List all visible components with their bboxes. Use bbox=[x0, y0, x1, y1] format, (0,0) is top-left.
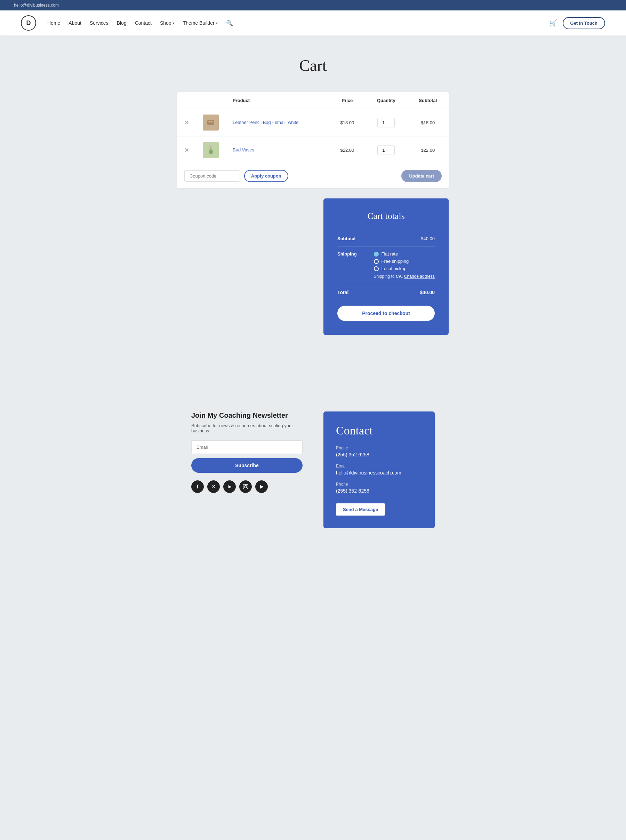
nav-shop[interactable]: Shop ▾ bbox=[160, 20, 175, 26]
send-message-button[interactable]: Send a Message bbox=[336, 503, 385, 515]
nav-about[interactable]: About bbox=[69, 20, 81, 26]
phone-label-2: Phone bbox=[336, 482, 422, 487]
chevron-down-icon: ▾ bbox=[216, 21, 218, 25]
email-value: hello@divibusinesscoach.com bbox=[336, 470, 422, 476]
col-product-header: Product bbox=[226, 92, 329, 109]
top-bar: hello@divibusiness.com bbox=[0, 0, 626, 11]
remove-item-2[interactable]: ✕ bbox=[184, 147, 189, 153]
newsletter-description: Subscribe for news & resources about sca… bbox=[191, 423, 302, 433]
product-thumb-2 bbox=[203, 142, 219, 158]
svg-rect-1 bbox=[208, 121, 213, 122]
subtotal-value: $40.00 bbox=[421, 236, 435, 241]
chevron-down-icon: ▾ bbox=[173, 21, 175, 25]
instagram-icon[interactable] bbox=[239, 480, 252, 493]
cart-table: Product Price Quantity Subtotal ✕ bbox=[177, 92, 449, 188]
cart-actions-row: Apply coupon Update cart bbox=[177, 164, 449, 188]
radio-local[interactable] bbox=[374, 266, 379, 271]
col-subtotal-header: Subtotal bbox=[407, 92, 449, 109]
shipping-option-free[interactable]: Free shipping bbox=[374, 259, 435, 264]
page-content: Cart Product Price Quantity Subtotal ✕ bbox=[171, 36, 455, 363]
proceed-to-checkout-button[interactable]: Proceed to checkout bbox=[337, 306, 435, 321]
subtotal-2: $22.00 bbox=[407, 137, 449, 164]
radio-free[interactable] bbox=[374, 259, 379, 264]
phone-label-1: Phone bbox=[336, 446, 422, 451]
nav-contact[interactable]: Contact bbox=[135, 20, 152, 26]
bud-vase-icon bbox=[205, 145, 216, 155]
footer-section: Join My Coaching Newsletter Subscribe fo… bbox=[171, 384, 455, 549]
shipping-label: Shipping bbox=[337, 251, 357, 257]
search-icon[interactable]: 🔍 bbox=[226, 20, 233, 27]
total-label: Total bbox=[337, 290, 349, 295]
top-bar-email: hello@divibusiness.com bbox=[14, 3, 59, 8]
price-1: $18.00 bbox=[329, 109, 366, 137]
quantity-input-1[interactable] bbox=[377, 118, 395, 127]
shipping-option-local[interactable]: Local pickup bbox=[374, 266, 435, 271]
product-thumb-1 bbox=[203, 115, 219, 130]
cart-icon[interactable]: 🛒 bbox=[549, 19, 557, 27]
subtotal-1: $18.00 bbox=[407, 109, 449, 137]
subtotal-row: Subtotal $40.00 bbox=[337, 231, 435, 247]
page-title: Cart bbox=[177, 57, 449, 75]
newsletter-email-input[interactable] bbox=[191, 440, 302, 454]
cart-totals-title: Cart totals bbox=[337, 211, 435, 221]
product-name-1[interactable]: Leather Pencil Bag - small, white bbox=[233, 120, 298, 125]
apply-coupon-button[interactable]: Apply coupon bbox=[244, 170, 288, 182]
svg-point-5 bbox=[210, 146, 212, 148]
change-address-link[interactable]: Change address bbox=[404, 274, 435, 279]
logo[interactable]: D bbox=[21, 15, 36, 31]
svg-point-8 bbox=[247, 485, 247, 486]
newsletter-column: Join My Coaching Newsletter Subscribe fo… bbox=[191, 411, 302, 528]
navigation: D Home About Services Blog Contact Shop … bbox=[0, 11, 626, 36]
nav-theme-builder[interactable]: Theme Builder ▾ bbox=[183, 20, 218, 26]
phone-value-1: (255) 352-6258 bbox=[336, 452, 422, 457]
subscribe-button[interactable]: Subscribe bbox=[191, 458, 302, 473]
cart-totals: Cart totals Subtotal $40.00 Shipping Fla… bbox=[324, 198, 449, 335]
update-cart-button[interactable]: Update cart bbox=[401, 170, 442, 182]
nav-home[interactable]: Home bbox=[47, 20, 60, 26]
shipping-to: Shipping to CA. Change address bbox=[374, 274, 435, 279]
product-name-2[interactable]: Bud Vases bbox=[233, 147, 254, 152]
remove-item-1[interactable]: ✕ bbox=[184, 120, 189, 126]
youtube-icon[interactable]: ▶ bbox=[255, 480, 268, 493]
nav-services[interactable]: Services bbox=[90, 20, 108, 26]
nav-left: D Home About Services Blog Contact Shop … bbox=[21, 15, 233, 31]
shipping-options: Flat rate Free shipping Local pickup Shi… bbox=[374, 251, 435, 279]
table-row: ✕ Leather Pencil Bag - small, white $18.… bbox=[177, 109, 449, 137]
nav-blog[interactable]: Blog bbox=[117, 20, 127, 26]
pencil-bag-icon bbox=[205, 117, 216, 128]
radio-flat[interactable] bbox=[374, 252, 379, 257]
col-remove bbox=[177, 92, 196, 109]
svg-point-7 bbox=[244, 486, 247, 488]
nav-links: Home About Services Blog Contact Shop ▾ … bbox=[47, 20, 233, 27]
col-quantity-header: Quantity bbox=[365, 92, 407, 109]
contact-column: Contact Phone (255) 352-6258 Email hello… bbox=[324, 411, 435, 528]
table-row: ✕ Bud Vases $22.00 $22.00 bbox=[177, 137, 449, 164]
email-label: Email bbox=[336, 464, 422, 469]
shipping-options-list: Flat rate Free shipping Local pickup bbox=[374, 251, 435, 271]
svg-rect-6 bbox=[243, 484, 247, 489]
col-image bbox=[196, 92, 226, 109]
nav-right: 🛒 Get In Touch bbox=[549, 17, 605, 29]
total-value: $40.00 bbox=[420, 290, 435, 295]
subtotal-label: Subtotal bbox=[337, 236, 355, 241]
facebook-icon[interactable]: f bbox=[191, 480, 204, 493]
cart-actions: Apply coupon Update cart bbox=[177, 164, 449, 188]
phone-value-2: (255) 352-6258 bbox=[336, 488, 422, 494]
col-price-header: Price bbox=[329, 92, 366, 109]
newsletter-title: Join My Coaching Newsletter bbox=[191, 411, 302, 419]
shipping-row: Shipping Flat rate Free shipping bbox=[337, 247, 435, 284]
quantity-input-2[interactable] bbox=[377, 146, 395, 155]
total-row: Total $40.00 bbox=[337, 284, 435, 302]
get-in-touch-button[interactable]: Get In Touch bbox=[563, 17, 605, 29]
shipping-option-flat[interactable]: Flat rate bbox=[374, 251, 435, 257]
svg-rect-2 bbox=[208, 122, 212, 123]
cart-totals-wrapper: Cart totals Subtotal $40.00 Shipping Fla… bbox=[177, 198, 449, 335]
twitter-x-icon[interactable]: ✕ bbox=[207, 480, 220, 493]
social-icons: f ✕ in ▶ bbox=[191, 480, 302, 493]
price-2: $22.00 bbox=[329, 137, 366, 164]
contact-title: Contact bbox=[336, 424, 422, 437]
coupon-input[interactable] bbox=[184, 170, 240, 182]
linkedin-icon[interactable]: in bbox=[223, 480, 236, 493]
